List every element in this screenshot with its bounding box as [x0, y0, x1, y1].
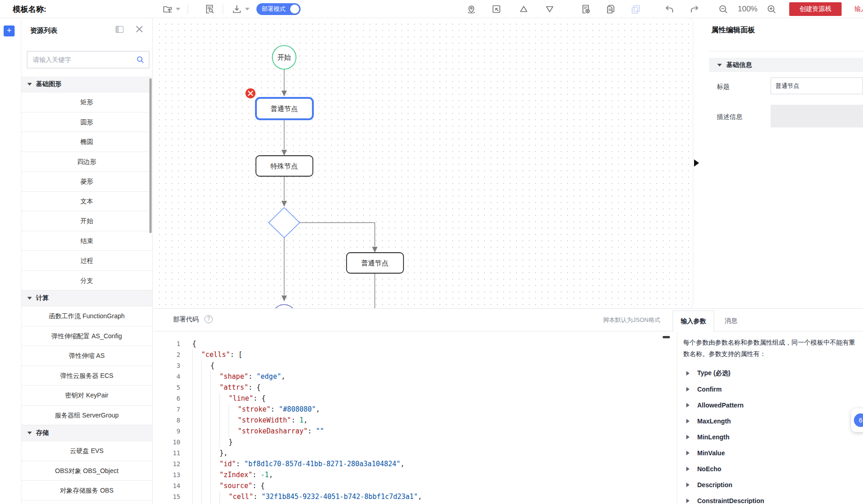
code-scrollbar-thumb[interactable]	[663, 336, 670, 338]
title-field-input[interactable]	[771, 77, 863, 94]
add-panel-button[interactable]: +	[4, 25, 15, 36]
download-dropdown-caret[interactable]	[245, 8, 250, 10]
bottom-panel: 部署代码 ? 脚本默认为JSON格式 输入参数 消息 1{2"cells": […	[153, 308, 863, 504]
tab-messages[interactable]: 消息	[717, 311, 745, 331]
param-item[interactable]: MinLength	[677, 429, 863, 445]
code-line[interactable]: 5"attrs": {	[165, 382, 677, 393]
description-field-textarea[interactable]	[771, 105, 863, 127]
sidebar-scrollbar[interactable]	[149, 78, 152, 233]
bottom-panel-header: 部署代码 ? 脚本默认为JSON格式 输入参数 消息	[153, 309, 863, 331]
export-folder-icon[interactable]	[162, 4, 173, 15]
param-item[interactable]: MinValue	[677, 445, 863, 461]
shape-item[interactable]: OBS对象 OBS_Object	[21, 461, 152, 481]
code-line[interactable]: 16"port": "p_bottom"	[165, 502, 677, 504]
search-input[interactable]	[27, 51, 149, 68]
zoom-out-icon[interactable]	[718, 4, 729, 15]
code-line[interactable]: 11},	[165, 448, 677, 458]
close-panel-icon[interactable]	[135, 25, 143, 33]
download-icon[interactable]	[231, 4, 242, 15]
code-line[interactable]: 3{	[165, 360, 677, 371]
locate-pin-icon[interactable]	[466, 4, 477, 15]
code-line[interactable]: 10}	[165, 437, 677, 448]
start-node-label: 开始	[277, 53, 291, 61]
sidebar-section: 存储 云硬盘 EVS OBS对象 OBS_Object 对象存储服务 OBS	[21, 425, 152, 501]
shape-item[interactable]: 函数工作流 FunctionGraph	[21, 306, 152, 326]
sidebar-sections: 基础图形 矩形 圆形 椭圆 四边形 菱形 文本	[21, 76, 152, 501]
shape-item[interactable]: 密钥对 KeyPair	[21, 386, 152, 406]
shape-item[interactable]: 四边形	[21, 152, 152, 172]
param-item[interactable]: ConstraintDescription	[677, 493, 863, 504]
floating-badge[interactable]: 6	[851, 408, 863, 432]
shape-item[interactable]: 弹性伸缩 AS	[21, 346, 152, 366]
section-header[interactable]: 计算	[21, 290, 152, 306]
shape-item[interactable]: 矩形	[21, 92, 152, 112]
redo-icon[interactable]	[689, 4, 700, 15]
clipped-link-text[interactable]: 输入	[854, 5, 863, 13]
code-editor[interactable]: 1{2"cells": [3{4"shape": "edge",5"attrs"…	[153, 331, 677, 504]
chevron-down-icon	[27, 83, 32, 86]
search-icon[interactable]	[136, 55, 145, 64]
view-code-icon[interactable]	[204, 4, 215, 15]
param-item-label: MaxLength	[697, 417, 731, 425]
code-line[interactable]: 7"stroke": "#808080",	[165, 404, 677, 415]
code-line[interactable]: 9"strokeDasharray": ""	[165, 426, 677, 437]
shape-item[interactable]: 弹性云服务器 ECS	[21, 366, 152, 386]
section-header[interactable]: 基础图形	[21, 76, 152, 92]
basic-info-section-header[interactable]: 基础信息	[709, 58, 863, 72]
shape-item[interactable]: 分支	[21, 271, 152, 291]
send-back-icon[interactable]	[544, 4, 555, 15]
shape-item[interactable]: 椭圆	[21, 132, 152, 152]
code-lines: 1{2"cells": [3{4"shape": "edge",5"attrs"…	[165, 338, 677, 504]
shape-item[interactable]: 开始	[21, 211, 152, 231]
tab-input-params[interactable]: 输入参数	[673, 311, 714, 332]
shape-item[interactable]: 过程	[21, 251, 152, 271]
diagram-canvas[interactable]: 开始 普通节点 特殊节点 普通节点	[153, 18, 692, 308]
shape-item[interactable]: 弹性伸缩配置 AS_Config	[21, 326, 152, 346]
collapse-panel-icon[interactable]	[116, 26, 125, 34]
section-items: 函数工作流 FunctionGraph 弹性伸缩配置 AS_Config 弹性伸…	[21, 306, 152, 425]
param-item-label: AllowedPattern	[697, 402, 744, 409]
code-line[interactable]: 12"id": "bf8d1c70-857d-41bb-8271-280a3a1…	[165, 458, 677, 469]
export-dropdown-caret[interactable]	[176, 8, 180, 10]
code-line[interactable]: 8"strokeWidth": 1,	[165, 415, 677, 426]
undo-icon[interactable]	[664, 4, 675, 15]
shape-item[interactable]: 云硬盘 EVS	[21, 441, 152, 461]
shape-item[interactable]: 文本	[21, 192, 152, 212]
code-line[interactable]: 15"cell": "32f1b845-9232-4051-b742-8bbf1…	[165, 491, 677, 502]
end-node-partial[interactable]	[272, 305, 296, 308]
select-area-icon[interactable]	[491, 4, 502, 15]
decision-node[interactable]	[269, 208, 300, 238]
bring-front-icon[interactable]	[518, 4, 529, 15]
help-icon[interactable]: ?	[204, 315, 213, 323]
expand-panel-handle-icon[interactable]	[694, 159, 699, 167]
zoom-in-icon[interactable]	[766, 4, 777, 15]
code-line[interactable]: 6"line": {	[165, 393, 677, 404]
description-field-label: 描述信息	[717, 113, 742, 121]
deploy-mode-toggle[interactable]: 部署模式	[256, 3, 301, 15]
clear-canvas-icon[interactable]	[580, 4, 591, 15]
shape-item[interactable]: 服务器组 ServerGroup	[21, 406, 152, 426]
param-item[interactable]: Confirm	[677, 381, 863, 397]
shape-item[interactable]: 对象存储服务 OBS	[21, 481, 152, 501]
shape-item[interactable]: 结束	[21, 231, 152, 251]
shape-item[interactable]: 菱形	[21, 172, 152, 192]
copy-document-icon[interactable]	[605, 4, 616, 15]
code-line[interactable]: 2"cells": [	[165, 349, 677, 360]
param-item[interactable]: NoEcho	[677, 461, 863, 477]
section-header[interactable]: 存储	[21, 425, 152, 441]
param-item[interactable]: Description	[677, 477, 863, 493]
create-stack-button[interactable]: 创建资源栈	[789, 2, 842, 16]
edge-decision-normal2[interactable]	[300, 223, 375, 246]
param-item[interactable]: AllowedPattern	[677, 397, 863, 413]
chevron-right-icon	[686, 435, 689, 439]
sidebar-section: 计算 函数工作流 FunctionGraph 弹性伸缩配置 AS_Config …	[21, 290, 152, 425]
code-line[interactable]: 4"shape": "edge",	[165, 371, 677, 382]
param-item[interactable]: MaxLength	[677, 413, 863, 429]
param-item[interactable]: Type (必选)	[677, 365, 863, 381]
code-line[interactable]: 14"source": {	[165, 480, 677, 491]
section-label: 存储	[36, 429, 49, 437]
shape-item[interactable]: 圆形	[21, 112, 152, 132]
code-line[interactable]: 13"zIndex": -1,	[165, 469, 677, 480]
param-item-label: Type (必选)	[697, 369, 730, 377]
code-line[interactable]: 1{	[165, 338, 677, 349]
